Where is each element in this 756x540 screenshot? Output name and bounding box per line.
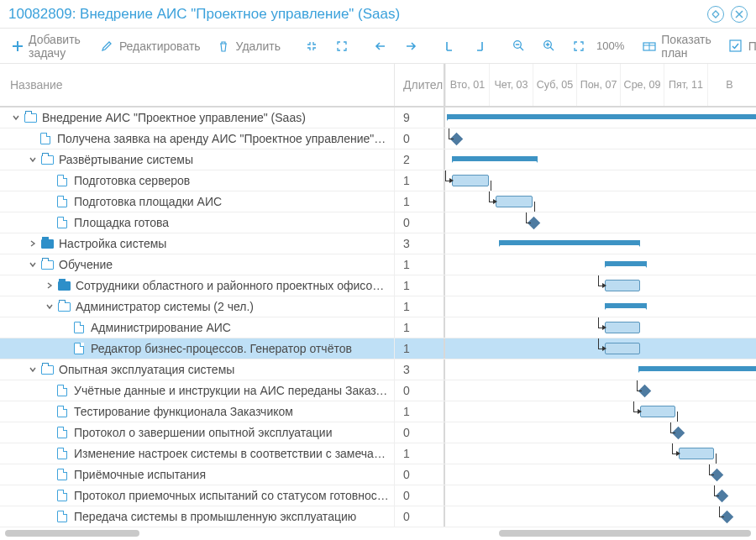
task-name-cell[interactable]: Площадка готова <box>0 212 395 233</box>
gantt-summary-bar[interactable] <box>447 114 756 119</box>
task-name-cell[interactable]: Редактор бизнес-процессов. Генератор отч… <box>0 338 395 359</box>
chevron-down-icon[interactable] <box>27 259 39 270</box>
gantt-summary-bar[interactable] <box>605 261 647 266</box>
gantt-summary-bar[interactable] <box>605 303 647 308</box>
apply-button[interactable]: Применить <box>723 35 756 57</box>
show-plan-button[interactable]: Показать план <box>638 29 718 63</box>
task-name-cell[interactable]: Обучение <box>0 254 395 275</box>
table-row[interactable]: Сотрудники областного и районного проект… <box>0 275 756 296</box>
task-name-cell[interactable]: Подготовка серверов <box>0 170 395 191</box>
task-name-cell[interactable]: Опытная эксплуатация системы <box>0 359 395 380</box>
gantt-task-bar[interactable] <box>605 280 640 291</box>
table-row[interactable]: Протокол приемочных испытаний со статусо… <box>0 485 756 506</box>
table-row[interactable]: Протокол о завершении опытной эксплуатац… <box>0 422 756 443</box>
file-icon <box>55 384 69 397</box>
next-button[interactable] <box>398 35 423 57</box>
table-row[interactable]: Администрирование АИС1 <box>0 317 756 338</box>
task-name-cell[interactable]: Подготовка площадки АИС <box>0 191 395 212</box>
gantt-cell <box>445 464 756 485</box>
goto-end-button[interactable] <box>467 35 492 57</box>
table-row[interactable]: Изменение настроек системы в соответстви… <box>0 443 756 464</box>
task-name-cell[interactable]: Получена заявка на аренду АИС "Проектное… <box>0 128 395 149</box>
task-duration: 1 <box>395 275 445 296</box>
expand-icon-button[interactable] <box>329 35 354 57</box>
task-name-cell[interactable]: Внедрение АИС "Проектное управление" (Sa… <box>0 107 395 128</box>
table-row[interactable]: Получена заявка на аренду АИС "Проектное… <box>0 128 756 149</box>
gantt-summary-bar[interactable] <box>499 240 640 245</box>
gantt-task-bar[interactable] <box>640 406 675 417</box>
gantt-task-bar[interactable] <box>452 175 489 186</box>
table-row[interactable]: Обучение1 <box>0 254 756 275</box>
edit-label: Редактировать <box>119 39 201 53</box>
task-name-cell[interactable]: Приёмочные испытания <box>0 464 395 485</box>
task-duration: 0 <box>395 464 445 485</box>
gantt-task-bar[interactable] <box>679 448 714 459</box>
chevron-right-icon[interactable] <box>27 238 39 249</box>
task-name-cell[interactable]: Администратор системы (2 чел.) <box>0 296 395 317</box>
gantt-task-bar[interactable] <box>605 322 640 333</box>
task-name: Изменение настроек системы в соответстви… <box>74 447 389 460</box>
chevron-down-icon[interactable] <box>27 154 39 165</box>
folder-open-icon <box>57 300 71 313</box>
zoom-out-button[interactable] <box>506 35 531 57</box>
table-row[interactable]: Подготовка серверов1 <box>0 170 756 191</box>
table-row[interactable]: Администратор системы (2 чел.)1 <box>0 296 756 317</box>
zoom-in-button[interactable] <box>536 35 561 57</box>
column-duration[interactable]: Длител <box>395 64 445 106</box>
expand-window-button[interactable] <box>707 6 724 23</box>
task-name-cell[interactable]: Протокол приемочных испытаний со статусо… <box>0 485 395 506</box>
table-row[interactable]: Учётные данные и инструкции на АИС перед… <box>0 380 756 401</box>
folder-open-icon <box>40 363 54 376</box>
table-row[interactable]: Тестирование функционала Заказчиком1 <box>0 401 756 422</box>
table-row[interactable]: Настройка системы3 <box>0 233 756 254</box>
delete-label: Удалить <box>236 39 281 53</box>
zoom-fit-button[interactable] <box>566 35 591 57</box>
table-row[interactable]: Площадка готова0 <box>0 212 756 233</box>
gantt-task-bar[interactable] <box>605 343 640 354</box>
prev-button[interactable] <box>368 35 393 57</box>
task-name-cell[interactable]: Протокол о завершении опытной эксплуатац… <box>0 422 395 443</box>
chevron-down-icon[interactable] <box>44 301 55 312</box>
table-row[interactable]: Внедрение АИС "Проектное управление" (Sa… <box>0 107 756 128</box>
goto-start-button[interactable] <box>437 35 462 57</box>
gantt-summary-bar[interactable] <box>638 366 756 371</box>
task-name-cell[interactable]: Тестирование функционала Заказчиком <box>0 401 395 422</box>
table-row[interactable]: Опытная эксплуатация системы3 <box>0 359 756 380</box>
task-name-cell[interactable]: Настройка системы <box>0 233 395 254</box>
add-task-button[interactable]: Добавить задачу <box>7 29 89 63</box>
left-scrollbar[interactable] <box>5 530 139 537</box>
gantt-cell <box>445 338 756 359</box>
gantt-task-bar[interactable] <box>496 196 533 207</box>
table-row[interactable]: Развёртывание системы2 <box>0 149 756 170</box>
task-name-cell[interactable]: Изменение настроек системы в соответстви… <box>0 443 395 464</box>
task-name: Учётные данные и инструкции на АИС перед… <box>74 384 389 397</box>
gantt-summary-bar[interactable] <box>452 156 538 161</box>
close-window-button[interactable] <box>731 6 748 23</box>
task-duration: 9 <box>395 107 445 128</box>
delete-button[interactable]: Удалить <box>211 35 286 57</box>
table-row[interactable]: Редактор бизнес-процессов. Генератор отч… <box>0 338 756 359</box>
task-name-cell[interactable]: Сотрудники областного и районного проект… <box>0 275 395 296</box>
right-scrollbar[interactable] <box>499 530 751 537</box>
edit-button[interactable]: Редактировать <box>94 35 206 57</box>
table-row[interactable]: Подготовка площадки АИС1 <box>0 191 756 212</box>
table-row[interactable]: Приёмочные испытания0 <box>0 464 756 485</box>
task-name-cell[interactable]: Учётные данные и инструкции на АИС перед… <box>0 380 395 401</box>
collapse-icon-button[interactable] <box>299 35 324 57</box>
chevron-down-icon[interactable] <box>10 112 22 123</box>
table-row[interactable]: Передача системы в промышленную эксплуат… <box>0 506 756 527</box>
column-name[interactable]: Название <box>0 64 395 106</box>
task-duration: 0 <box>395 380 445 401</box>
task-name: Внедрение АИС "Проектное управление" (Sa… <box>42 111 306 124</box>
task-duration: 0 <box>395 485 445 506</box>
file-icon <box>55 426 69 439</box>
task-duration: 1 <box>395 401 445 422</box>
task-name-cell[interactable]: Передача системы в промышленную эксплуат… <box>0 506 395 527</box>
task-name-cell[interactable]: Развёртывание системы <box>0 149 395 170</box>
gantt-cell <box>445 443 756 464</box>
folder-open-icon <box>24 111 37 124</box>
task-name-cell[interactable]: Администрирование АИС <box>0 317 395 338</box>
chevron-right-icon[interactable] <box>44 280 55 291</box>
chevron-down-icon[interactable] <box>27 364 39 375</box>
expand-icon <box>334 39 349 54</box>
